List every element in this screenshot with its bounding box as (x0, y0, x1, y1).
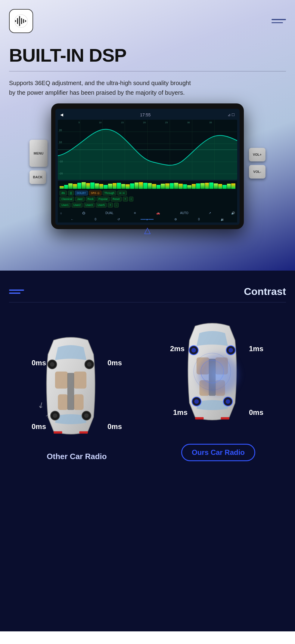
svg-rect-30 (55, 372, 68, 389)
cars-comparison: 0ms 0ms 0ms 0ms ↙ ↗ (9, 317, 286, 461)
logo (9, 9, 33, 33)
time-display: 17:55 (63, 112, 228, 117)
back-button[interactable]: BACK (30, 170, 46, 184)
bbe-btn[interactable]: ||| (68, 191, 74, 195)
add-user-btn[interactable]: + (108, 203, 113, 207)
screen-nav-bar: ← 0 ↺ ━━━●━━━ ⚙ 0 🔉 (58, 216, 237, 222)
ms-top-right-ours: 1ms (249, 345, 263, 353)
ms-top-left-other: 0ms (32, 359, 46, 367)
line1 (9, 290, 24, 291)
right-car-item: 2ms 1ms 1ms 0ms (151, 317, 286, 461)
svg-text:35: 35 (209, 121, 212, 124)
info-btn[interactable]: i (129, 197, 133, 201)
eq-users-row: User1 User2 User3 User5 + - (60, 203, 235, 207)
classical-btn[interactable]: Classical (60, 197, 74, 201)
popular-btn[interactable]: Popular (97, 197, 110, 201)
svg-rect-1 (17, 18, 18, 24)
svg-rect-0 (15, 20, 16, 22)
through-btn[interactable]: Through (103, 191, 116, 195)
prev-icon[interactable]: ← (71, 218, 74, 221)
home-icon[interactable]: ⌂ (60, 211, 62, 215)
other-car-label: Other Car Radio (47, 452, 107, 461)
svg-rect-44 (79, 431, 88, 434)
car-icon: 🚗 (156, 211, 160, 215)
eq-presets-row: Classical Jazz Rock Popular Reset + i (60, 197, 235, 201)
subtitle: Supports 36EQ adjustment, and the ultra-… (9, 78, 196, 97)
arc-indicator: △ (144, 225, 151, 235)
contrast-divider (9, 302, 286, 302)
screen-header: ◀ 17:55 ⊿ ☐ (58, 111, 237, 118)
page-title: BUILT-IN DSP (9, 45, 286, 66)
right-car-label-container: Ours Car Radio (181, 438, 255, 461)
hamburger-menu-icon[interactable] (272, 19, 286, 23)
header (9, 9, 286, 33)
jazz-btn[interactable]: Jazz (75, 197, 85, 201)
svg-rect-62 (221, 417, 229, 420)
dolby-btn[interactable]: DOLBY (75, 191, 88, 195)
screen-bottom-bar: ⌂ ⏻ DUAL ✳ 🚗 AUTO ↗ 🔊 (58, 210, 237, 216)
left-car-diagram: 0ms 0ms 0ms 0ms ↙ ↗ (35, 332, 119, 446)
top-section: BUILT-IN DSP Supports 36EQ adjustment, a… (0, 0, 295, 271)
menu-button[interactable]: MENU (30, 140, 48, 167)
svg-rect-3 (21, 18, 22, 24)
dual-label: DUAL (105, 211, 113, 215)
channel-btn[interactable]: ⇔ ⇔ (117, 191, 127, 195)
left-car-label-container: Other Car Radio (47, 452, 107, 461)
svg-text:-10: -10 (59, 160, 63, 163)
svg-rect-33 (73, 394, 83, 410)
line2 (9, 293, 20, 294)
svg-point-58 (226, 399, 230, 404)
svg-text:20: 20 (143, 121, 146, 124)
power-icon[interactable]: ⏻ (82, 211, 85, 215)
reset-btn[interactable]: Reset (111, 197, 122, 201)
zero-right: 0 (198, 218, 200, 221)
svg-text:30: 30 (187, 121, 190, 124)
right-car-diagram: 2ms 1ms 1ms 0ms (176, 317, 260, 432)
vol-up-button[interactable]: VOL+ (249, 148, 266, 161)
svg-rect-32 (58, 394, 68, 410)
vol-icon[interactable]: 🔉 (221, 218, 224, 221)
ms-bottom-left-ours: 1ms (173, 408, 188, 417)
svg-text:-20: -20 (59, 172, 63, 175)
srs-btn[interactable]: SRS ◎ (89, 191, 101, 195)
svg-point-54 (228, 348, 233, 352)
svg-rect-43 (54, 431, 62, 434)
ms-bottom-left-other: 0ms (32, 422, 46, 431)
vol-down-button[interactable]: VOL- (249, 165, 266, 178)
dts-btn[interactable]: dts (60, 191, 67, 195)
ours-car-radio-button[interactable]: Ours Car Radio (181, 444, 255, 461)
auto-label: AUTO (180, 211, 188, 215)
user5-btn[interactable]: User5 (96, 203, 107, 207)
svg-text:25: 25 (165, 121, 168, 124)
car-unit: ◀ 17:55 ⊿ ☐ (51, 103, 244, 229)
settings-icon[interactable]: ✳ (134, 211, 136, 215)
bottom-section: Contrast 0ms 0ms 0ms 0ms ↙ ↗ (0, 271, 295, 631)
speaker-icon[interactable]: 🔊 (231, 211, 235, 215)
user2-btn[interactable]: User2 (72, 203, 82, 207)
glow-effect (194, 351, 242, 399)
contrast-header: Contrast (9, 286, 286, 297)
left-car-item: 0ms 0ms 0ms 0ms ↙ ↗ (9, 332, 144, 461)
user3-btn[interactable]: User3 (84, 203, 95, 207)
svg-rect-2 (19, 16, 20, 26)
track-icon: ↺ (117, 218, 120, 221)
svg-rect-34 (67, 373, 74, 410)
ms-bottom-right-other: 0ms (107, 422, 122, 431)
gear2-icon[interactable]: ⚙ (174, 218, 177, 221)
freq-bars (58, 181, 237, 189)
svg-rect-61 (195, 417, 203, 420)
svg-text:15: 15 (121, 121, 124, 124)
minus-btn[interactable]: - (114, 203, 119, 207)
eq-chart: 20 10 -10 -20 5 10 15 20 25 30 35 (58, 120, 237, 180)
svg-text:10: 10 (59, 141, 62, 144)
add-btn[interactable]: + (123, 197, 128, 201)
eq-modes-row: dts ||| DOLBY SRS ◎ Through ⇔ ⇔ (60, 191, 235, 195)
svg-rect-5 (25, 20, 26, 22)
track-bar: ━━━●━━━ (141, 218, 153, 221)
nav-back-btn[interactable]: ◀ (60, 112, 63, 117)
svg-rect-4 (23, 19, 24, 23)
title-area: BUILT-IN DSP (9, 45, 286, 66)
rock-btn[interactable]: Rock (86, 197, 96, 201)
contrast-lines-icon (9, 290, 24, 294)
user1-btn[interactable]: User1 (60, 203, 70, 207)
